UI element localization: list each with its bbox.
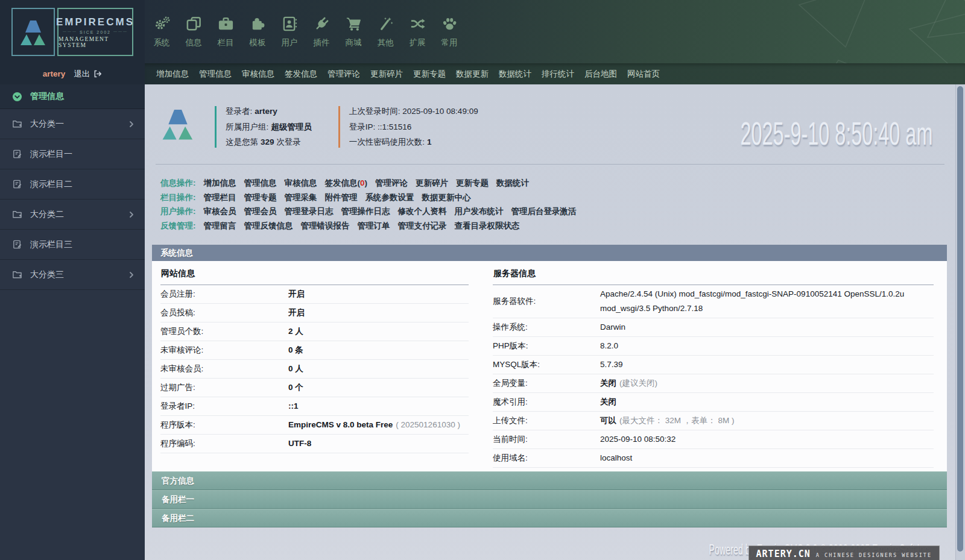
ops-link-系统参数设置[interactable]: 系统参数设置 — [365, 190, 414, 205]
subnav-item-数据统计[interactable]: 数据统计 — [499, 69, 531, 80]
ops-link-更新碎片[interactable]: 更新碎片 — [416, 176, 448, 190]
info-value: 5.7.39 — [600, 357, 623, 372]
ops-link-数据统计[interactable]: 数据统计 — [496, 176, 529, 190]
ops-link-管理栏目[interactable]: 管理栏目 — [204, 190, 236, 205]
ops-link-修改个人资料[interactable]: 修改个人资料 — [398, 204, 447, 219]
sidebar-item-label: 演示栏目一 — [30, 149, 72, 160]
ops-row: 栏目操作:管理栏目管理专题管理采集附件管理系统参数设置数据更新中心 — [160, 190, 948, 205]
ops-link-管理支付记录[interactable]: 管理支付记录 — [398, 219, 447, 233]
subnav-item-管理评论[interactable]: 管理评论 — [327, 69, 360, 80]
nav-item-商城[interactable]: 商城 — [343, 15, 364, 48]
sidebar-item-大分类三[interactable]: 大分类三 — [0, 260, 145, 290]
system-info-header[interactable]: 系统信息 — [152, 245, 947, 261]
nav-item-常用[interactable]: 常用 — [438, 15, 460, 48]
info-label: 操作系统: — [493, 322, 600, 333]
subnav-item-签发信息[interactable]: 签发信息 — [285, 69, 317, 80]
pages-icon — [185, 15, 203, 35]
nav-item-信息[interactable]: 信息 — [183, 15, 204, 48]
info-label: 会员投稿: — [160, 307, 288, 318]
sidebar-item-label: 大分类一 — [30, 119, 64, 130]
nav-label: 扩展 — [410, 37, 426, 48]
logout-link[interactable]: 退出 — [74, 69, 102, 80]
app-logo[interactable]: EMPIRECMS SICE 2002 MANAGEMENT SYSTEM — [11, 8, 133, 56]
ops-link-数据更新中心[interactable]: 数据更新中心 — [422, 190, 471, 205]
ops-link-审核会员[interactable]: 审核会员 — [204, 204, 236, 219]
ops-link-管理操作日志[interactable]: 管理操作日志 — [341, 204, 390, 219]
username[interactable]: artery — [43, 69, 66, 78]
subnav-item-排行统计[interactable]: 排行统计 — [542, 69, 574, 80]
subnav-item-管理信息[interactable]: 管理信息 — [199, 69, 232, 80]
info-row: 程序版本:EmpireCMS v 8.0 beta Free( 20250126… — [160, 416, 469, 435]
subnav-item-更新专题[interactable]: 更新专题 — [413, 69, 446, 80]
info-label: PHP版本: — [493, 341, 600, 351]
ops-category-label: 用户操作: — [160, 204, 196, 219]
login-info-block: 登录者:artery 所属用户组:超级管理员 这是您第329 次登录 — [215, 106, 312, 148]
info-label: 程序编码: — [160, 438, 288, 449]
ops-link-管理会员[interactable]: 管理会员 — [244, 204, 277, 219]
subnav-item-增加信息[interactable]: 增加信息 — [156, 69, 189, 80]
info-label: 当前时间: — [493, 434, 600, 445]
scrollbar-thumb[interactable] — [957, 86, 963, 552]
note-icon — [12, 179, 22, 189]
ops-link-管理评论[interactable]: 管理评论 — [375, 176, 408, 190]
collapsible-bar-备用栏一[interactable]: 备用栏一 — [152, 490, 947, 509]
nav-item-栏目[interactable]: 栏目 — [215, 15, 236, 48]
subnav-item-后台地图[interactable]: 后台地图 — [584, 69, 617, 80]
shuffle-icon — [409, 15, 426, 35]
ops-link-更新专题[interactable]: 更新专题 — [456, 176, 489, 190]
sidebar-item-演示栏目一[interactable]: 演示栏目一 — [0, 139, 145, 169]
nav-label: 商城 — [346, 37, 362, 48]
note-icon — [12, 149, 22, 159]
sidebar-item-大分类二[interactable]: 大分类二 — [0, 200, 145, 230]
scrollbar[interactable] — [955, 84, 965, 560]
ops-link-附件管理[interactable]: 附件管理 — [325, 190, 358, 205]
info-label: 服务器软件: — [493, 296, 600, 307]
chevron-down-circle-icon — [12, 92, 22, 102]
sidebar-item-大分类一[interactable]: 大分类一 — [0, 109, 145, 139]
ops-link-签发信息[interactable]: 签发信息(0) — [325, 176, 368, 190]
logo-triangles-icon — [11, 8, 55, 56]
ops-link-管理订单[interactable]: 管理订单 — [358, 219, 390, 233]
server-info-column: 服务器信息 服务器软件:Apache/2.4.54 (Unix) mod_fas… — [482, 261, 947, 468]
sidebar-item-演示栏目三[interactable]: 演示栏目三 — [0, 230, 145, 260]
collapsible-bar-备用栏二[interactable]: 备用栏二 — [152, 509, 947, 527]
chevron-right-icon — [128, 121, 135, 128]
nav-item-用户[interactable]: 用户 — [279, 15, 300, 48]
subnav-item-网站首页[interactable]: 网站首页 — [627, 69, 660, 80]
info-value: 可以(最大文件： 32M ，表单： 8M ) — [600, 414, 735, 428]
nav-item-其他[interactable]: 其他 — [375, 15, 396, 48]
sidebar-item-管理信息[interactable]: 管理信息 — [0, 84, 145, 109]
ops-link-管理采集[interactable]: 管理采集 — [285, 190, 317, 205]
ops-link-管理信息[interactable]: 管理信息 — [244, 176, 277, 190]
ops-link-查看目录权限状态[interactable]: 查看目录权限状态 — [455, 219, 520, 233]
ops-link-增加信息[interactable]: 增加信息 — [204, 176, 236, 190]
ops-link-管理登录日志[interactable]: 管理登录日志 — [285, 204, 334, 219]
info-row: 未审核评论:0 条 — [160, 341, 469, 360]
ops-link-管理反馈信息[interactable]: 管理反馈信息 — [244, 219, 293, 233]
sub-nav: 增加信息管理信息审核信息签发信息管理评论更新碎片更新专题数据更新数据统计排行统计… — [145, 63, 965, 84]
sidebar-item-演示栏目二[interactable]: 演示栏目二 — [0, 169, 145, 200]
nav-item-扩展[interactable]: 扩展 — [407, 15, 428, 48]
subnav-item-审核信息[interactable]: 审核信息 — [242, 69, 274, 80]
ops-link-管理专题[interactable]: 管理专题 — [244, 190, 277, 205]
nav-item-模板[interactable]: 模板 — [247, 15, 268, 48]
collapsible-bars: 官方信息备用栏一备用栏二 — [151, 471, 948, 527]
ops-link-管理后台登录激活[interactable]: 管理后台登录激活 — [511, 204, 577, 219]
ops-link-用户发布统计[interactable]: 用户发布统计 — [455, 204, 504, 219]
ops-link-审核信息[interactable]: 审核信息 — [285, 176, 317, 190]
info-label: 过期广告: — [160, 382, 288, 393]
ops-link-管理错误报告[interactable]: 管理错误报告 — [301, 219, 350, 233]
ops-link-管理留言[interactable]: 管理留言 — [204, 219, 236, 233]
info-value: Apache/2.4.54 (Unix) mod_fastcgi/mod_fas… — [600, 287, 934, 316]
otp-uses-line: 一次性密码使用次数:1 — [349, 137, 478, 148]
info-note: (最大文件： 32M ，表单： 8M ) — [619, 416, 735, 425]
subnav-item-更新碎片[interactable]: 更新碎片 — [370, 69, 403, 80]
address-book-icon — [281, 15, 299, 35]
nav-label: 模板 — [250, 37, 266, 48]
watermark-title: ARTERY.CN — [756, 549, 811, 559]
nav-item-插件[interactable]: 插件 — [311, 15, 332, 48]
collapsible-bar-官方信息[interactable]: 官方信息 — [152, 471, 947, 490]
subnav-item-数据更新[interactable]: 数据更新 — [456, 69, 489, 80]
nav-item-系统[interactable]: 系统 — [151, 15, 172, 48]
logo-since: SICE 2002 — [60, 30, 130, 34]
